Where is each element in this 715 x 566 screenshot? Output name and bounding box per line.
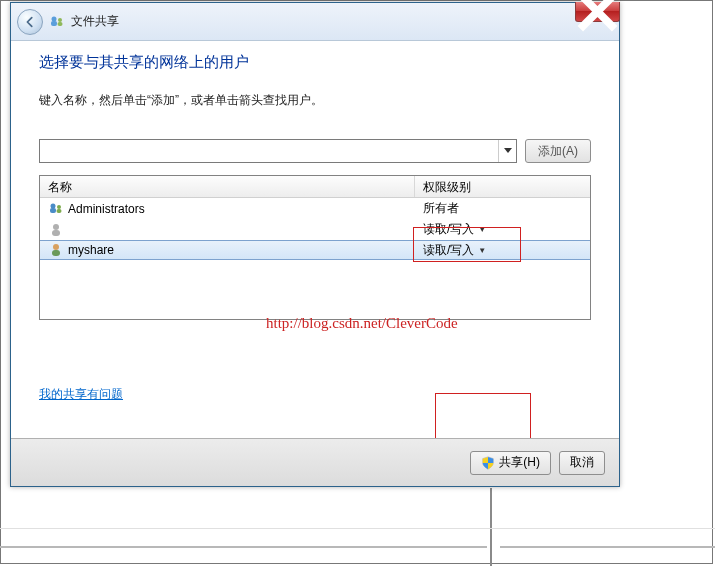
instruction-text: 键入名称，然后单击“添加”，或者单击箭头查找用户。 [39, 92, 591, 109]
close-button[interactable] [575, 2, 620, 22]
content-area: 选择要与其共享的网络上的用户 键入名称，然后单击“添加”，或者单击箭头查找用户。… [39, 53, 591, 426]
username-input[interactable] [40, 140, 498, 162]
titlebar [575, 2, 620, 24]
row-name: Administrators [68, 202, 145, 216]
svg-point-2 [58, 18, 62, 22]
row-perm: 读取/写入 [423, 221, 474, 238]
combo-dropdown-button[interactable] [498, 140, 516, 162]
watermark-text: http://blog.csdn.net/CleverCode [266, 315, 458, 332]
list-row[interactable]: Administrators 所有者 [40, 198, 590, 219]
list-row[interactable]: 读取/写入 ▼ [40, 219, 590, 240]
username-combo[interactable] [39, 139, 517, 163]
row-name: myshare [68, 243, 114, 257]
svg-point-6 [57, 205, 61, 209]
share-button-label: 共享(H) [499, 454, 540, 471]
user-list: 名称 权限级别 Administrators 所有者 [39, 175, 591, 320]
user-icon [48, 222, 64, 238]
footer-bar: 共享(H) 取消 [11, 438, 619, 486]
list-row[interactable]: myshare 读取/写入 ▼ [40, 240, 590, 260]
column-perm-header[interactable]: 权限级别 [415, 176, 590, 197]
add-user-row: 添加(A) [39, 139, 591, 163]
page-heading: 选择要与其共享的网络上的用户 [39, 53, 591, 72]
chevron-down-icon: ▼ [478, 225, 486, 234]
add-button[interactable]: 添加(A) [525, 139, 591, 163]
svg-point-10 [53, 244, 59, 250]
cancel-button[interactable]: 取消 [559, 451, 605, 475]
group-icon [48, 201, 64, 217]
app-icon [49, 14, 65, 30]
window-title: 文件共享 [71, 13, 119, 30]
row-perm: 所有者 [423, 200, 459, 217]
shield-icon [481, 456, 495, 470]
file-sharing-dialog: 文件共享 选择要与其共享的网络上的用户 键入名称，然后单击“添加”，或者单击箭头… [10, 2, 620, 487]
svg-rect-7 [57, 209, 62, 213]
user-icon [48, 242, 64, 258]
svg-point-4 [51, 203, 56, 208]
row-perm: 读取/写入 [423, 242, 474, 259]
svg-rect-9 [52, 230, 60, 236]
svg-rect-11 [52, 250, 60, 256]
svg-rect-5 [50, 208, 56, 213]
back-button[interactable] [17, 9, 43, 35]
share-button[interactable]: 共享(H) [470, 451, 551, 475]
column-name-header[interactable]: 名称 [40, 176, 415, 197]
svg-point-8 [53, 224, 59, 230]
svg-rect-1 [51, 21, 57, 26]
chevron-down-icon: ▼ [478, 246, 486, 255]
list-header: 名称 权限级别 [40, 176, 590, 198]
help-link[interactable]: 我的共享有问题 [39, 386, 123, 403]
cancel-button-label: 取消 [570, 454, 594, 471]
header-bar: 文件共享 [11, 3, 619, 41]
svg-rect-3 [58, 22, 63, 26]
svg-point-0 [52, 16, 57, 21]
permission-dropdown[interactable]: 读取/写入 ▼ [415, 239, 590, 262]
